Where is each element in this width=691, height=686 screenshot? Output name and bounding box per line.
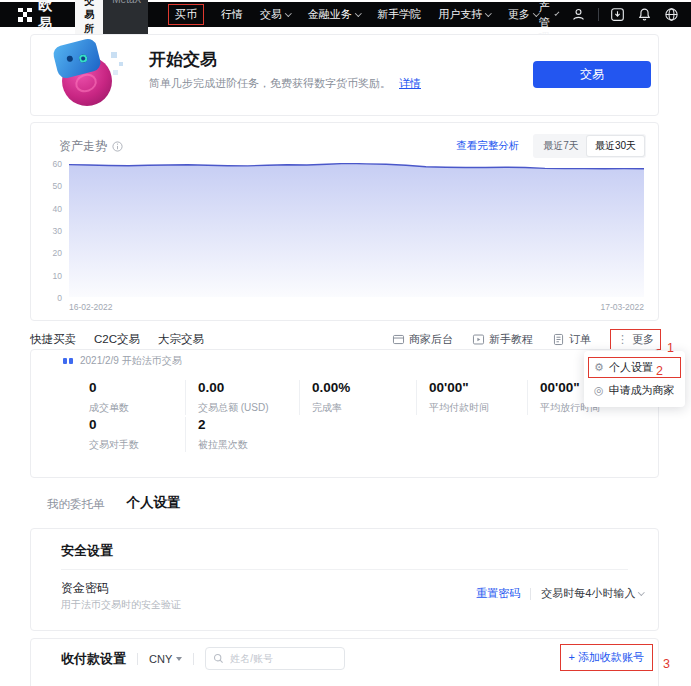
tab-metax[interactable]: MetaX xyxy=(103,0,148,39)
nav-link-academy[interactable]: 新手学院 xyxy=(377,7,421,22)
trade-tabs: 快捷买卖 C2C交易 大宗交易 xyxy=(30,332,204,347)
reset-password-link[interactable]: 重置密码 xyxy=(476,586,520,601)
okx-logo-icon[interactable] xyxy=(18,8,32,22)
y-tick: 0 xyxy=(57,293,62,303)
asset-trend-chart: 0102030405060 16-02-2022 17-03-2022 xyxy=(47,163,644,315)
hero-subtitle: 简单几步完成进阶任务，免费获得数字货币奖励。详情 xyxy=(149,76,421,91)
y-tick: 60 xyxy=(53,159,62,169)
chevron-down-icon xyxy=(638,589,644,595)
nav-link-label: 更多 xyxy=(508,7,530,22)
asset-trend-card: 资产走势 查看完整分析 最近7天 最近30天 0102030405060 xyxy=(30,122,659,321)
y-axis: 0102030405060 xyxy=(47,163,65,297)
range-7d-button[interactable]: 最近7天 xyxy=(535,136,587,156)
payment-settings-row: 收付款设置 CNY xyxy=(61,647,345,670)
tab-my-orders[interactable]: 我的委托单 xyxy=(47,497,105,512)
payment-settings-card: 收付款设置 CNY + 添加收款账号 xyxy=(30,638,659,686)
y-tick: 40 xyxy=(53,204,62,214)
details-link[interactable]: 详情 xyxy=(399,77,421,89)
tab-personal-settings[interactable]: 个人设置 xyxy=(127,494,181,512)
nav-link-buy-crypto[interactable]: 买币 xyxy=(168,4,204,25)
logo-text[interactable]: 欧易 xyxy=(38,0,60,33)
password-frequency-select[interactable]: 交易时每4小时输入 xyxy=(541,586,644,601)
payee-search-input[interactable] xyxy=(205,647,345,670)
download-app-icon[interactable] xyxy=(610,7,625,22)
bell-icon[interactable] xyxy=(637,7,652,22)
stat-completed-orders: 0 成交单数 xyxy=(89,380,185,415)
dropdown-item-apply-merchant[interactable]: ◎ 申请成为商家 xyxy=(594,383,675,398)
range-30d-button[interactable]: 最近30天 xyxy=(587,136,644,156)
tab-exchange[interactable]: 交易所 xyxy=(75,0,103,39)
orders-button[interactable]: 订单 xyxy=(552,332,591,347)
security-settings-title: 安全设置 xyxy=(61,542,113,560)
annotation-2: 2 xyxy=(656,364,663,378)
gear-icon: ⚙ xyxy=(594,361,604,374)
stats-row-1: 0 成交单数 0.00 交易总额 (USD) 0.00% 完成率 00'00" … xyxy=(89,380,644,415)
tab-express-trade[interactable]: 快捷买卖 xyxy=(30,332,76,347)
chevron-down-icon xyxy=(355,10,361,16)
user-icon[interactable] xyxy=(571,7,586,22)
globe-language-icon[interactable] xyxy=(664,7,679,22)
currency-select[interactable]: CNY xyxy=(149,653,182,665)
stat-value: 2 xyxy=(198,417,644,432)
chart-plot-area xyxy=(69,163,644,297)
triangle-down-icon xyxy=(176,657,182,661)
fund-password-label: 资金密码 xyxy=(61,580,109,597)
trade-actions: 商家后台 新手教程 订单 ⋮ 更多 xyxy=(392,329,661,350)
annotation-3: 3 xyxy=(663,657,670,671)
stat-value: 00'00" xyxy=(429,380,527,395)
nav-link-label: 买币 xyxy=(175,7,197,22)
nav-link-trade[interactable]: 交易 xyxy=(260,7,291,22)
divider xyxy=(193,653,194,665)
merchant-console-button[interactable]: 商家后台 xyxy=(392,332,453,347)
area-fill xyxy=(69,163,644,297)
hero-subtitle-text: 简单几步完成进阶任务，免费获得数字货币奖励。 xyxy=(149,77,391,89)
x-axis-labels: 16-02-2022 17-03-2022 xyxy=(69,302,644,312)
info-icon[interactable] xyxy=(112,141,123,152)
more-actions-button[interactable]: ⋮ 更多 xyxy=(610,329,661,350)
page-title: 开始交易 xyxy=(149,48,217,71)
y-tick: 50 xyxy=(53,181,62,191)
nav-link-label: 交易 xyxy=(260,7,282,22)
trend-title: 资产走势 xyxy=(59,138,123,155)
stat-blacklisted-count: 2 被拉黑次数 xyxy=(185,417,644,452)
vertical-dots-icon: ⋮ xyxy=(617,334,628,345)
view-full-analysis-link[interactable]: 查看完整分析 xyxy=(456,139,519,153)
stat-label: 被拉黑次数 xyxy=(198,438,644,452)
range-toggle: 最近7天 最近30天 xyxy=(533,134,646,158)
section-tabs: 我的委托单 个人设置 xyxy=(47,494,181,512)
nav-links: 买币 行情 交易 金融业务 新手学院 用户支持 更多 xyxy=(168,4,538,25)
currency-value: CNY xyxy=(149,653,172,665)
frequency-value: 交易时每4小时输入 xyxy=(541,586,635,601)
nav-link-label: 用户支持 xyxy=(438,7,482,22)
action-label: 新手教程 xyxy=(489,332,533,347)
divider xyxy=(137,653,138,665)
nav-link-markets[interactable]: 行情 xyxy=(221,7,243,22)
add-payment-account-button[interactable]: + 添加收款账号 xyxy=(560,644,653,671)
top-navbar: 欧易 交易所 MetaX 买币 行情 交易 金融业务 新手学院 用户支持 更多 … xyxy=(0,2,691,27)
fiat-start-icon xyxy=(63,358,73,364)
console-icon xyxy=(392,333,405,346)
tutorial-play-icon xyxy=(472,333,485,346)
fund-password-controls: 重置密码 交易时每4小时输入 xyxy=(476,586,644,601)
stat-label: 完成率 xyxy=(312,401,416,415)
action-label: 商家后台 xyxy=(409,332,453,347)
stat-label: 成交单数 xyxy=(89,401,185,415)
y-tick: 10 xyxy=(53,271,62,281)
security-settings-card: 安全设置 资金密码 用于法币交易时的安全验证 重置密码 交易时每4小时输入 xyxy=(30,528,659,631)
trade-button[interactable]: 交易 xyxy=(533,61,651,88)
annotation-1: 1 xyxy=(667,341,674,355)
nav-link-finance[interactable]: 金融业务 xyxy=(308,7,361,22)
product-tab-group: 交易所 MetaX xyxy=(75,0,148,39)
tab-block-trade[interactable]: 大宗交易 xyxy=(158,332,204,347)
fiat-since-text: 2021/2/9 开始法币交易 xyxy=(80,354,182,368)
dropdown-item-label: 个人设置 xyxy=(609,360,653,375)
nav-link-support[interactable]: 用户支持 xyxy=(438,7,491,22)
fund-password-desc: 用于法币交易时的安全验证 xyxy=(61,598,181,612)
beginner-tutorial-button[interactable]: 新手教程 xyxy=(472,332,533,347)
tab-c2c-trade[interactable]: C2C交易 xyxy=(94,332,140,347)
stat-completion-rate: 0.00% 完成率 xyxy=(299,380,416,415)
dropdown-item-label: 申请成为商家 xyxy=(609,383,675,398)
dropdown-item-personal-settings[interactable]: ⚙ 个人设置 xyxy=(588,357,681,378)
payment-settings-title: 收付款设置 xyxy=(61,650,126,668)
nav-link-more[interactable]: 更多 xyxy=(508,7,539,22)
